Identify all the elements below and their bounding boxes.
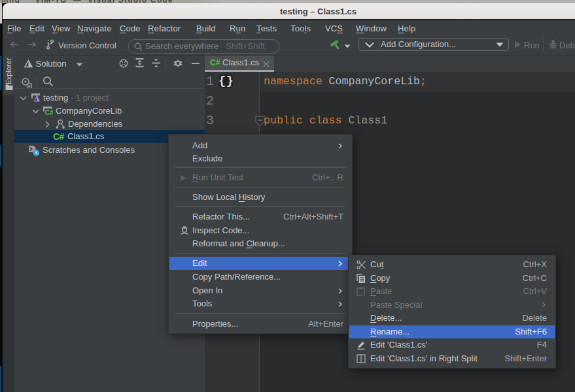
svg-text:C#: C# [45, 108, 53, 116]
